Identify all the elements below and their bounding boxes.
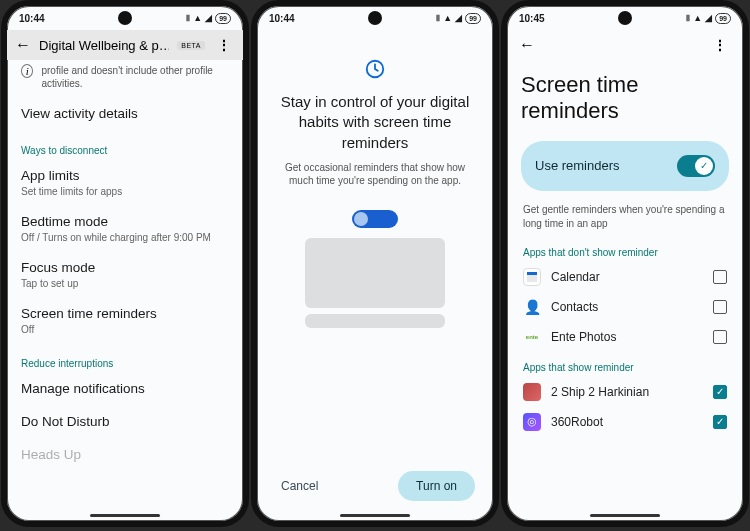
app-bar: ← Digital Wellbeing & p… BETA ⋮ bbox=[7, 30, 243, 60]
row-title: Heads Up bbox=[21, 447, 229, 464]
robot-app-icon: ◎ bbox=[523, 413, 541, 431]
wifi-icon: ▲ bbox=[693, 13, 702, 23]
use-reminders-card[interactable]: Use reminders ✓ bbox=[521, 141, 729, 191]
row-subtitle: Tap to set up bbox=[21, 277, 229, 290]
info-banner: i profile and doesn't include other prof… bbox=[21, 60, 229, 96]
wifi-icon: ▲ bbox=[193, 13, 202, 23]
page-title: Digital Wellbeing & p… bbox=[39, 38, 169, 53]
placeholder-box bbox=[305, 238, 445, 308]
gesture-bar[interactable] bbox=[90, 514, 160, 517]
phone-digital-wellbeing: 10:44 ⫴ ▲ ◢ 99 ← Digital Wellbeing & p… … bbox=[1, 0, 249, 527]
manage-notifications-row[interactable]: Manage notifications bbox=[21, 373, 229, 406]
gesture-bar[interactable] bbox=[340, 514, 410, 517]
vibrate-icon: ⫴ bbox=[186, 13, 190, 24]
app-row-360robot[interactable]: ◎ 360Robot ✓ bbox=[521, 407, 729, 437]
turn-on-button[interactable]: Turn on bbox=[398, 471, 475, 501]
status-time: 10:44 bbox=[19, 13, 45, 24]
vibrate-icon: ⫴ bbox=[686, 13, 690, 24]
cancel-button[interactable]: Cancel bbox=[275, 471, 324, 501]
phone-reminders-intro: 10:44 ⫴ ▲ ◢ 99 Stay in control of your d… bbox=[251, 0, 499, 527]
settings-list[interactable]: i profile and doesn't include other prof… bbox=[7, 60, 243, 472]
checkbox-checked[interactable]: ✓ bbox=[713, 385, 727, 399]
reminders-content[interactable]: Screen time reminders Use reminders ✓ Ge… bbox=[507, 54, 743, 437]
intro-headline: Stay in control of your digital habits w… bbox=[275, 92, 475, 153]
vibrate-icon: ⫴ bbox=[436, 13, 440, 24]
row-title: Do Not Disturb bbox=[21, 414, 229, 431]
checkbox-unchecked[interactable] bbox=[713, 270, 727, 284]
status-icons: ⫴ ▲ ◢ 99 bbox=[436, 13, 481, 24]
row-title: Bedtime mode bbox=[21, 214, 229, 231]
reminders-description: Get gentle reminders when you're spendin… bbox=[521, 191, 729, 237]
checkbox-checked[interactable]: ✓ bbox=[713, 415, 727, 429]
camera-notch bbox=[618, 11, 632, 25]
row-title: Screen time reminders bbox=[21, 306, 229, 323]
illustration bbox=[305, 210, 445, 328]
overflow-menu-icon[interactable]: ⋮ bbox=[709, 37, 731, 53]
row-title: App limits bbox=[21, 168, 229, 185]
app-name: 360Robot bbox=[551, 415, 703, 429]
clock-icon bbox=[364, 58, 386, 80]
status-time: 10:44 bbox=[269, 13, 295, 24]
app-name: Contacts bbox=[551, 300, 703, 314]
app-name: Calendar bbox=[551, 270, 703, 284]
app-limits-row[interactable]: App limits Set time limits for apps bbox=[21, 160, 229, 206]
battery-icon: 99 bbox=[715, 13, 731, 24]
signal-icon: ◢ bbox=[205, 13, 212, 23]
camera-notch bbox=[118, 11, 132, 25]
app-row-ente[interactable]: ente Ente Photos bbox=[521, 322, 729, 352]
toggle-knob-on: ✓ bbox=[695, 157, 713, 175]
button-row: Cancel Turn on bbox=[257, 471, 493, 501]
section-apps-no-reminder: Apps that don't show reminder bbox=[521, 237, 729, 262]
app-name: Ente Photos bbox=[551, 330, 703, 344]
app-name: 2 Ship 2 Harkinian bbox=[551, 385, 703, 399]
row-title: Manage notifications bbox=[21, 381, 229, 398]
contacts-app-icon: 👤 bbox=[523, 298, 541, 316]
row-subtitle: Off / Turns on while charging after 9:00… bbox=[21, 231, 229, 244]
status-icons: ⫴ ▲ ◢ 99 bbox=[186, 13, 231, 24]
status-time: 10:45 bbox=[519, 13, 545, 24]
do-not-disturb-row[interactable]: Do Not Disturb bbox=[21, 406, 229, 439]
back-icon[interactable]: ← bbox=[15, 36, 31, 54]
app-row-calendar[interactable]: Calendar bbox=[521, 262, 729, 292]
bedtime-mode-row[interactable]: Bedtime mode Off / Turns on while chargi… bbox=[21, 206, 229, 252]
toggle-illustration bbox=[352, 210, 398, 228]
section-ways-to-disconnect: Ways to disconnect bbox=[21, 131, 229, 160]
section-reduce-interruptions: Reduce interruptions bbox=[21, 344, 229, 373]
app-bar: ← ⋮ bbox=[507, 30, 743, 54]
status-icons: ⫴ ▲ ◢ 99 bbox=[686, 13, 731, 24]
back-icon[interactable]: ← bbox=[519, 36, 535, 54]
use-reminders-toggle[interactable]: ✓ bbox=[677, 155, 715, 177]
checkbox-unchecked[interactable] bbox=[713, 300, 727, 314]
signal-icon: ◢ bbox=[705, 13, 712, 23]
row-subtitle: Off bbox=[21, 323, 229, 336]
app-row-contacts[interactable]: 👤 Contacts bbox=[521, 292, 729, 322]
use-reminders-label: Use reminders bbox=[535, 158, 620, 173]
screen-time-reminders-row[interactable]: Screen time reminders Off bbox=[21, 298, 229, 344]
battery-icon: 99 bbox=[465, 13, 481, 24]
page-title: Screen time reminders bbox=[521, 54, 729, 141]
wifi-icon: ▲ bbox=[443, 13, 452, 23]
calendar-app-icon bbox=[523, 268, 541, 286]
overflow-menu-icon[interactable]: ⋮ bbox=[213, 37, 235, 53]
row-title: Focus mode bbox=[21, 260, 229, 277]
section-apps-yes-reminder: Apps that show reminder bbox=[521, 352, 729, 377]
row-subtitle: Set time limits for apps bbox=[21, 185, 229, 198]
signal-icon: ◢ bbox=[455, 13, 462, 23]
camera-notch bbox=[368, 11, 382, 25]
intro-content: Stay in control of your digital habits w… bbox=[257, 30, 493, 521]
focus-mode-row[interactable]: Focus mode Tap to set up bbox=[21, 252, 229, 298]
battery-icon: 99 bbox=[215, 13, 231, 24]
placeholder-box bbox=[305, 314, 445, 328]
info-text: profile and doesn't include other profil… bbox=[41, 64, 229, 90]
row-title: View activity details bbox=[21, 104, 229, 123]
app-row-2ship[interactable]: 2 Ship 2 Harkinian ✓ bbox=[521, 377, 729, 407]
info-icon: i bbox=[21, 64, 33, 78]
phone-reminders-settings: 10:45 ⫴ ▲ ◢ 99 ← ⋮ Screen time reminders… bbox=[501, 0, 749, 527]
heads-up-row[interactable]: Heads Up bbox=[21, 439, 229, 472]
view-activity-row[interactable]: View activity details bbox=[21, 96, 229, 131]
gesture-bar[interactable] bbox=[590, 514, 660, 517]
ship-app-icon bbox=[523, 383, 541, 401]
ente-app-icon: ente bbox=[523, 328, 541, 346]
beta-badge: BETA bbox=[177, 41, 205, 50]
checkbox-unchecked[interactable] bbox=[713, 330, 727, 344]
